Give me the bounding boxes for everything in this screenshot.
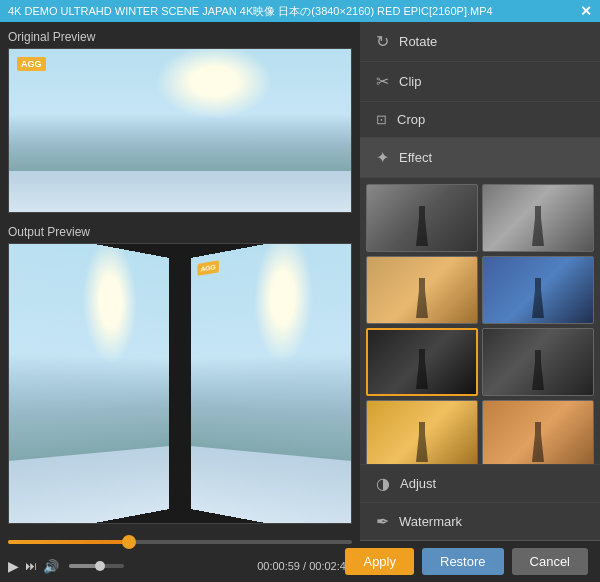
- effect-icon: ✦: [376, 148, 389, 167]
- watermark-icon: ✒: [376, 512, 389, 531]
- effect-grid: [366, 184, 594, 464]
- step-forward-button[interactable]: ⏭: [25, 559, 37, 573]
- title-bar: 4K DEMO ULTRAHD WINTER SCENE JAPAN 4K映像 …: [0, 0, 600, 22]
- effect-thumb-gold[interactable]: [366, 400, 478, 464]
- seek-bar-container[interactable]: [8, 530, 352, 554]
- window-title: 4K DEMO ULTRAHD WINTER SCENE JAPAN 4K映像 …: [8, 4, 493, 19]
- person-silhouette: [531, 278, 546, 318]
- controls-row: ▶ ⏭ 🔊 00:00:59 / 00:02:47: [8, 558, 352, 574]
- snow-ground: [9, 171, 351, 212]
- original-logo: AGG: [17, 57, 46, 71]
- adjust-icon: ◑: [376, 474, 390, 493]
- cube-face-right: AGG: [191, 243, 352, 524]
- crop-label: Crop: [397, 112, 425, 127]
- effect-thumb-dark1[interactable]: [366, 328, 478, 396]
- person-silhouette: [415, 278, 430, 318]
- tool-effect[interactable]: ✦ Effect: [360, 138, 600, 178]
- restore-button[interactable]: Restore: [422, 548, 504, 575]
- effect-label: Effect: [399, 150, 432, 165]
- time-separator: /: [300, 560, 309, 572]
- right-panel-inner: ↻ Rotate ✂ Clip ⊡ Crop ✦ Effect: [360, 22, 600, 582]
- watermark-label: Watermark: [399, 514, 462, 529]
- rotate-label: Rotate: [399, 34, 437, 49]
- effect-thumb-warm[interactable]: [366, 256, 478, 324]
- original-preview-box: AGG: [8, 48, 352, 213]
- person-silhouette: [531, 206, 546, 246]
- seek-thumb[interactable]: [122, 535, 136, 549]
- effect-thumb-cool[interactable]: [482, 256, 594, 324]
- volume-icon: 🔊: [43, 559, 59, 574]
- tool-watermark[interactable]: ✒ Watermark: [360, 502, 600, 540]
- volume-fill: [69, 564, 97, 568]
- tool-clip[interactable]: ✂ Clip: [360, 62, 600, 102]
- play-button[interactable]: ▶: [8, 558, 19, 574]
- person-silhouette: [415, 206, 430, 246]
- original-preview-label: Original Preview: [8, 30, 352, 44]
- cube-face-right-content: AGG: [191, 243, 352, 524]
- cancel-button[interactable]: Cancel: [512, 548, 588, 575]
- effect-thumb-bw2[interactable]: [482, 184, 594, 252]
- output-preview-label: Output Preview: [8, 225, 352, 239]
- crop-icon: ⊡: [376, 112, 387, 127]
- seek-bar-fill: [8, 540, 128, 544]
- apply-button[interactable]: Apply: [345, 548, 414, 575]
- tool-rotate[interactable]: ↻ Rotate: [360, 22, 600, 62]
- time-display: 00:00:59 / 00:02:47: [257, 560, 352, 572]
- person-silhouette: [531, 422, 546, 462]
- clip-icon: ✂: [376, 72, 389, 91]
- effect-section: [360, 178, 600, 464]
- cube-face-left: [8, 243, 169, 524]
- time-current: 00:00:59: [257, 560, 300, 572]
- rotate-icon: ↻: [376, 32, 389, 51]
- tool-crop[interactable]: ⊡ Crop: [360, 102, 600, 138]
- volume-thumb[interactable]: [95, 561, 105, 571]
- tool-adjust[interactable]: ◑ Adjust: [360, 464, 600, 502]
- person-silhouette: [415, 422, 430, 462]
- effect-thumb-bw1[interactable]: [366, 184, 478, 252]
- person-silhouette: [415, 349, 430, 389]
- original-video-content: AGG: [9, 49, 351, 212]
- volume-slider[interactable]: [69, 564, 124, 568]
- adjust-label: Adjust: [400, 476, 436, 491]
- right-panel: ↻ Rotate ✂ Clip ⊡ Crop ✦ Effect: [360, 22, 600, 582]
- clip-label: Clip: [399, 74, 421, 89]
- output-preview-box: AGG: [8, 243, 352, 524]
- effect-thumb-bronze[interactable]: [482, 400, 594, 464]
- left-panel: Original Preview AGG Output Preview: [0, 22, 360, 582]
- seek-bar-track[interactable]: [8, 540, 352, 544]
- cube-effect: AGG: [9, 244, 351, 523]
- footer: Apply Restore Cancel: [360, 540, 600, 582]
- close-button[interactable]: ✕: [580, 4, 592, 18]
- effect-thumb-dark2[interactable]: [482, 328, 594, 396]
- person-silhouette: [531, 350, 546, 390]
- cube-face-left-content: [8, 243, 169, 524]
